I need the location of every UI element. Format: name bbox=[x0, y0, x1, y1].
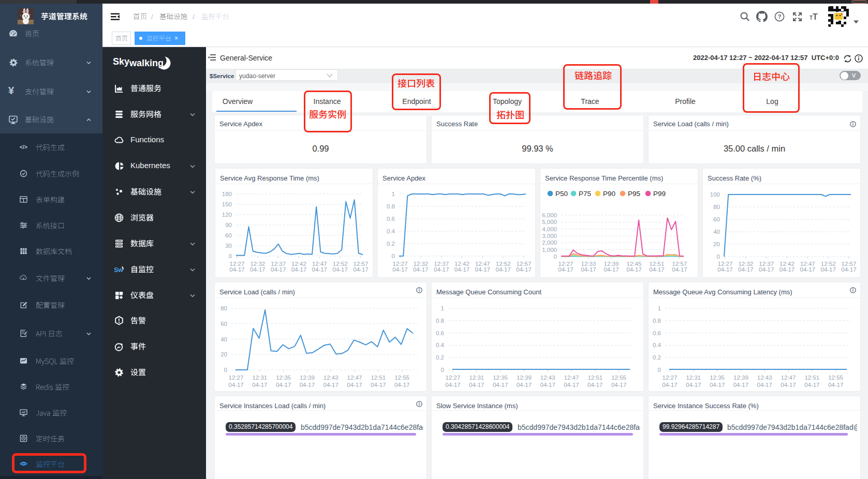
svg-text:04-17: 04-17 bbox=[626, 266, 641, 273]
svg-text:04-17: 04-17 bbox=[517, 382, 532, 388]
svg-text:04-17: 04-17 bbox=[564, 382, 579, 388]
svg-text:0.6: 0.6 bbox=[436, 330, 444, 336]
svg-text:04-17: 04-17 bbox=[733, 382, 748, 388]
svg-text:0.8: 0.8 bbox=[387, 203, 395, 209]
svg-text:1,000: 1,000 bbox=[542, 247, 557, 253]
svg-text:04-17: 04-17 bbox=[804, 382, 819, 388]
svg-text:100: 100 bbox=[710, 191, 720, 198]
svg-text:04-17: 04-17 bbox=[738, 266, 753, 273]
svg-text:12:51: 12:51 bbox=[804, 375, 819, 381]
svg-text:04-17: 04-17 bbox=[686, 382, 701, 388]
svg-text:04-17: 04-17 bbox=[820, 266, 835, 273]
svg-text:04-17: 04-17 bbox=[757, 382, 772, 388]
svg-text:04-17: 04-17 bbox=[291, 266, 306, 273]
svg-text:12:55: 12:55 bbox=[394, 375, 409, 381]
svg-text:60: 60 bbox=[220, 321, 227, 327]
svg-text:12:35: 12:35 bbox=[493, 375, 508, 381]
svg-text:04-17: 04-17 bbox=[300, 382, 315, 388]
svg-text:12:55: 12:55 bbox=[611, 375, 626, 381]
svg-text:80: 80 bbox=[713, 204, 720, 210]
svg-text:04-17: 04-17 bbox=[434, 266, 449, 273]
svg-text:12:31: 12:31 bbox=[686, 375, 701, 381]
svg-text:04-17: 04-17 bbox=[413, 266, 428, 273]
svg-text:0.4: 0.4 bbox=[436, 342, 445, 348]
svg-text:180: 180 bbox=[222, 191, 232, 197]
svg-text:0: 0 bbox=[554, 253, 557, 260]
svg-text:60: 60 bbox=[713, 216, 720, 222]
svg-text:150: 150 bbox=[222, 201, 232, 207]
svg-text:1: 1 bbox=[441, 305, 444, 311]
svg-text:0.6: 0.6 bbox=[387, 216, 395, 222]
svg-text:30: 30 bbox=[225, 243, 232, 249]
svg-text:04-17: 04-17 bbox=[781, 382, 796, 388]
svg-text:0: 0 bbox=[224, 367, 227, 373]
svg-text:04-17: 04-17 bbox=[800, 266, 815, 273]
svg-text:0.2: 0.2 bbox=[653, 354, 661, 361]
svg-text:12:51: 12:51 bbox=[587, 375, 602, 381]
svg-text:12:39: 12:39 bbox=[733, 375, 748, 381]
svg-text:04-17: 04-17 bbox=[454, 266, 469, 273]
svg-text:04-17: 04-17 bbox=[710, 382, 725, 388]
svg-text:P90: P90 bbox=[603, 190, 615, 198]
svg-text:5,000: 5,000 bbox=[542, 219, 557, 225]
svg-text:12:39: 12:39 bbox=[300, 375, 315, 381]
svg-text:4,000: 4,000 bbox=[542, 226, 557, 232]
svg-text:12:51: 12:51 bbox=[371, 375, 386, 381]
svg-text:04-17: 04-17 bbox=[250, 266, 265, 273]
svg-text:2,000: 2,000 bbox=[542, 240, 557, 246]
svg-text:0: 0 bbox=[441, 367, 444, 373]
svg-text:04-17: 04-17 bbox=[445, 382, 460, 388]
svg-text:04-17: 04-17 bbox=[392, 266, 407, 273]
svg-text:04-17: 04-17 bbox=[828, 382, 843, 388]
svg-text:04-17: 04-17 bbox=[229, 266, 244, 273]
svg-text:40: 40 bbox=[713, 229, 720, 235]
svg-text:12:35: 12:35 bbox=[710, 375, 725, 381]
svg-text:90: 90 bbox=[225, 222, 232, 228]
svg-text:12:47: 12:47 bbox=[347, 375, 362, 381]
svg-text:0.2: 0.2 bbox=[436, 354, 444, 361]
svg-text:3,000: 3,000 bbox=[542, 233, 557, 239]
svg-text:04-17: 04-17 bbox=[323, 382, 338, 388]
svg-text:12:43: 12:43 bbox=[757, 375, 772, 381]
svg-text:1: 1 bbox=[392, 191, 395, 197]
svg-text:04-17: 04-17 bbox=[312, 266, 327, 273]
svg-text:04-17: 04-17 bbox=[371, 382, 386, 388]
svg-text:0: 0 bbox=[717, 253, 720, 260]
svg-text:6,000: 6,000 bbox=[542, 212, 557, 218]
svg-text:12:31: 12:31 bbox=[469, 375, 484, 381]
svg-text:12:35: 12:35 bbox=[276, 375, 291, 381]
svg-text:04-17: 04-17 bbox=[581, 266, 596, 273]
svg-text:04-17: 04-17 bbox=[841, 266, 856, 273]
svg-text:12:27: 12:27 bbox=[663, 375, 678, 381]
svg-text:04-17: 04-17 bbox=[394, 382, 409, 388]
svg-text:04-17: 04-17 bbox=[662, 382, 677, 388]
svg-text:04-17: 04-17 bbox=[604, 266, 619, 273]
svg-text:04-17: 04-17 bbox=[493, 382, 508, 388]
svg-text:12:27: 12:27 bbox=[229, 375, 244, 381]
svg-text:12:39: 12:39 bbox=[517, 375, 532, 381]
svg-text:04-17: 04-17 bbox=[558, 266, 573, 273]
svg-text:0.8: 0.8 bbox=[436, 318, 444, 324]
svg-text:60: 60 bbox=[225, 232, 232, 238]
svg-text:04-17: 04-17 bbox=[649, 266, 664, 273]
svg-text:12:27: 12:27 bbox=[446, 375, 461, 381]
svg-text:20: 20 bbox=[713, 241, 720, 247]
svg-text:12:47: 12:47 bbox=[781, 375, 796, 381]
svg-text:04-17: 04-17 bbox=[475, 266, 490, 273]
svg-text:1: 1 bbox=[658, 305, 661, 311]
svg-text:0.6: 0.6 bbox=[653, 330, 661, 336]
svg-text:04-17: 04-17 bbox=[332, 266, 347, 273]
svg-text:04-17: 04-17 bbox=[779, 266, 795, 273]
svg-text:04-17: 04-17 bbox=[540, 382, 555, 388]
svg-text:0: 0 bbox=[229, 253, 232, 259]
svg-text:0.4: 0.4 bbox=[387, 228, 395, 234]
svg-text:P50: P50 bbox=[555, 190, 568, 198]
svg-text:04-17: 04-17 bbox=[353, 266, 368, 273]
svg-text:04-17: 04-17 bbox=[495, 266, 510, 273]
svg-text:04-17: 04-17 bbox=[759, 266, 774, 273]
svg-text:04-17: 04-17 bbox=[516, 266, 531, 273]
svg-text:P99: P99 bbox=[653, 190, 666, 198]
svg-text:12:55: 12:55 bbox=[828, 375, 843, 381]
svg-text:0: 0 bbox=[658, 367, 661, 373]
svg-text:04-17: 04-17 bbox=[252, 382, 267, 388]
